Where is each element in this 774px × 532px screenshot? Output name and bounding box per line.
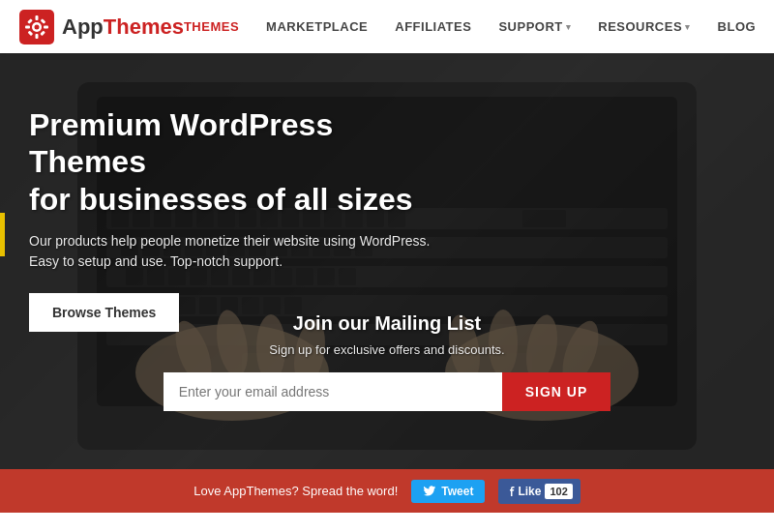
signup-button[interactable]: SIGN UP [502, 372, 611, 411]
hero-title: Premium WordPress Themesfor businesses o… [29, 106, 455, 218]
hero-content: Premium WordPress Themesfor businesses o… [0, 53, 484, 351]
svg-rect-6 [44, 25, 48, 28]
twitter-icon [423, 486, 436, 497]
like-button[interactable]: Like 102 [498, 479, 580, 504]
hero-accent [0, 213, 5, 256]
mailing-section: Join our Mailing List Sign up for exclus… [0, 312, 774, 411]
svg-rect-4 [36, 34, 39, 39]
hero-subtitle: Our products help people monetize their … [29, 231, 455, 272]
footer-text: Love AppThemes? Spread the word! [194, 484, 398, 498]
logo-text: AppThemes [62, 15, 184, 40]
tweet-button[interactable]: Tweet [411, 480, 485, 503]
mailing-subtitle: Sign up for exclusive offers and discoun… [19, 342, 755, 357]
resources-dropdown-arrow: ▾ [685, 22, 691, 32]
nav-item-affiliates[interactable]: AFFILIATES [395, 19, 471, 34]
svg-point-2 [35, 24, 40, 29]
nav-item-support[interactable]: SUPPORT ▾ [498, 19, 571, 34]
footer-bar: Love AppThemes? Spread the word! Tweet L… [0, 469, 774, 513]
hero-section: Premium WordPress Themesfor businesses o… [0, 53, 774, 469]
email-input[interactable] [164, 372, 502, 411]
nav-item-marketplace[interactable]: MARKETPLACE [266, 19, 368, 34]
mailing-title: Join our Mailing List [19, 312, 755, 335]
nav-item-blog[interactable]: BLOG [718, 19, 757, 34]
mailing-form: SIGN UP [135, 372, 639, 411]
logo-icon [19, 10, 54, 44]
like-count: 102 [545, 484, 572, 499]
nav-item-resources[interactable]: RESOURCES ▾ [598, 19, 690, 34]
header: AppThemes THEMES MARKETPLACE AFFILIATES … [0, 0, 774, 53]
main-nav: THEMES MARKETPLACE AFFILIATES SUPPORT ▾ … [184, 15, 774, 40]
nav-item-themes[interactable]: THEMES [184, 19, 239, 34]
support-dropdown-arrow: ▾ [566, 22, 572, 32]
svg-rect-5 [25, 25, 30, 28]
svg-rect-3 [36, 15, 39, 20]
facebook-icon [506, 486, 518, 497]
logo[interactable]: AppThemes [19, 10, 184, 44]
